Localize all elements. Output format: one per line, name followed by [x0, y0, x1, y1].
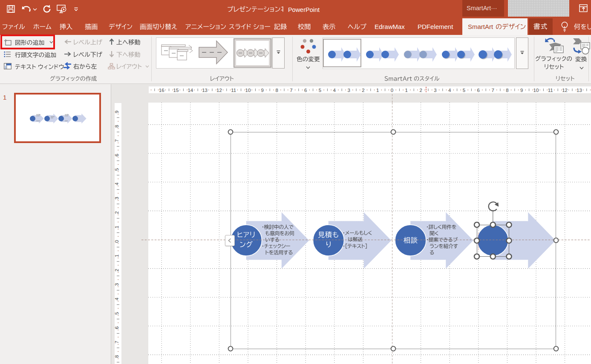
svg-text:6: 6 — [115, 154, 119, 156]
svg-text:5: 5 — [115, 168, 119, 171]
svg-text:15: 15 — [173, 88, 179, 93]
svg-text:5: 5 — [115, 312, 119, 315]
svg-text:1: 1 — [115, 226, 119, 228]
svg-text:11: 11 — [231, 88, 236, 93]
svg-text:6: 6 — [304, 88, 307, 93]
svg-text:3: 3 — [434, 88, 436, 93]
svg-text:5: 5 — [463, 88, 465, 93]
svg-text:2: 2 — [115, 211, 119, 214]
svg-text:7: 7 — [290, 88, 292, 93]
svg-text:11: 11 — [548, 88, 553, 93]
svg-text:10: 10 — [533, 88, 539, 93]
svg-text:0: 0 — [391, 88, 393, 93]
svg-text:6: 6 — [115, 327, 119, 329]
svg-text:2: 2 — [419, 88, 422, 93]
svg-text:12: 12 — [562, 88, 568, 93]
svg-text:9: 9 — [115, 111, 119, 113]
svg-text:9: 9 — [261, 88, 264, 93]
svg-text:2: 2 — [362, 88, 364, 93]
svg-text:8: 8 — [115, 355, 119, 358]
svg-text:3: 3 — [115, 283, 119, 286]
svg-text:8: 8 — [506, 88, 508, 93]
svg-text:1: 1 — [115, 255, 119, 257]
svg-text:1: 1 — [405, 88, 408, 93]
svg-text:4: 4 — [115, 297, 119, 300]
svg-text:4: 4 — [448, 88, 451, 93]
svg-text:7: 7 — [115, 341, 119, 343]
svg-text:6: 6 — [477, 88, 480, 93]
svg-text:7: 7 — [491, 88, 494, 93]
svg-text:5: 5 — [319, 88, 321, 93]
svg-text:0: 0 — [115, 240, 119, 243]
svg-text:10: 10 — [245, 88, 251, 93]
svg-text:3: 3 — [347, 88, 350, 93]
svg-text:8: 8 — [275, 88, 278, 93]
svg-text:1: 1 — [376, 88, 379, 93]
svg-text:4: 4 — [333, 88, 336, 93]
svg-text:14: 14 — [187, 88, 193, 93]
svg-text:3: 3 — [115, 197, 119, 199]
svg-text:9: 9 — [520, 88, 523, 93]
svg-text:7: 7 — [115, 139, 119, 142]
svg-text:13: 13 — [577, 88, 582, 93]
svg-text:12: 12 — [216, 88, 222, 93]
svg-text:16: 16 — [159, 88, 164, 93]
svg-text:13: 13 — [202, 88, 208, 93]
svg-text:2: 2 — [115, 269, 119, 271]
svg-text:8: 8 — [115, 125, 119, 127]
svg-text:4: 4 — [115, 182, 119, 185]
